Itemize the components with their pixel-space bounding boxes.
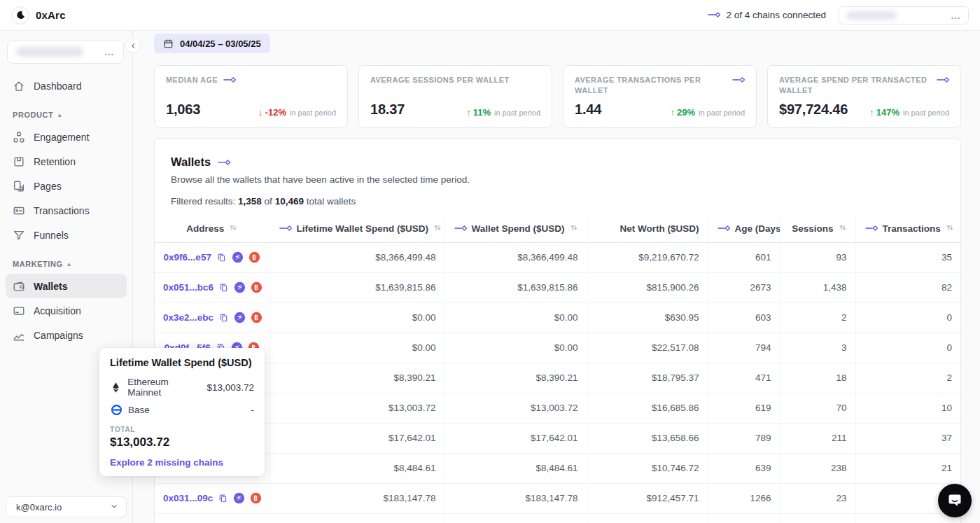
- stat-card-label: AVERAGE SPEND PER TRANSACTED WALLET: [779, 75, 931, 96]
- cell-net-worth: $630.95: [587, 302, 708, 333]
- cell-address: 0x9f6...e57: [155, 242, 270, 272]
- wallets-icon: [13, 280, 25, 293]
- column-header-wallet-spend[interactable]: Wallet Spend ($USD): [444, 216, 587, 242]
- sidebar-collapse-button[interactable]: [125, 38, 141, 53]
- ellipsis-icon[interactable]: …: [951, 11, 961, 20]
- cell-wallet-spend: $1,639,815.86: [444, 272, 587, 302]
- debank-icon[interactable]: [251, 281, 262, 293]
- table-row[interactable]: 0x031...09c$183,147.78$183,147.78$912,45…: [155, 483, 960, 513]
- cell-net-worth: $10,746.72: [587, 453, 708, 483]
- column-header-lifetime-wallet-spend[interactable]: Lifetime Wallet Spend ($USD): [270, 216, 444, 242]
- column-header-age-days[interactable]: Age (Days): [708, 216, 780, 242]
- sidebar-item-retention[interactable]: Retention: [0, 149, 132, 174]
- account-selector[interactable]: k@0xarc.io: [6, 496, 127, 517]
- trend-up-arrow-icon: ↑: [869, 107, 874, 118]
- table-row[interactable]: $8,390.21$8,390.21$18,795.37471182: [155, 363, 960, 393]
- cell-sessions: 2: [780, 302, 855, 333]
- table-row[interactable]: $17,642.01$17,642.01$13,658.6678921137: [155, 423, 960, 453]
- column-header-address[interactable]: Address: [155, 216, 270, 242]
- chain-icon: [223, 76, 236, 86]
- filtered-results-line: Filtered results: 1,358 of 10,469 total …: [155, 196, 960, 207]
- wallet-address-link[interactable]: 0x3e2...ebc: [163, 312, 214, 323]
- sort-icon[interactable]: [433, 223, 442, 234]
- zerion-icon[interactable]: [233, 492, 245, 504]
- chat-bubble-icon: [946, 491, 963, 510]
- table-row[interactable]: 0xbbd...591$8,484.61$8,484.61$10,746.726…: [155, 453, 960, 483]
- date-range-picker[interactable]: 04/04/25 – 03/05/25: [154, 34, 270, 53]
- copy-icon[interactable]: [218, 312, 229, 323]
- sidebar-item-transactions[interactable]: Transactions: [0, 198, 132, 223]
- stat-card-average-transactions-per-wallet: AVERAGE TRANSACTIONS PER WALLET1.44↑29%i…: [563, 65, 757, 128]
- sidebar-item-dashboard[interactable]: Dashboard: [0, 74, 132, 98]
- sidebar-section-header-marketing[interactable]: MARKETING▲: [0, 260, 132, 268]
- workspace-selector[interactable]: …: [7, 40, 124, 64]
- retention-icon: [13, 155, 25, 168]
- zerion-icon[interactable]: [234, 281, 246, 293]
- workspace-name-redacted: [16, 47, 83, 57]
- sidebar-item-engagement[interactable]: Engagement: [0, 125, 132, 149]
- sidebar-item-wallets[interactable]: Wallets: [6, 274, 127, 298]
- wallet-address-link[interactable]: 0x051...bc6: [163, 282, 214, 293]
- table-row[interactable]: $13,003.72$13,003.72$16,685.866197010: [155, 393, 960, 423]
- engagement-icon: [13, 131, 25, 144]
- column-header-sessions[interactable]: Sessions: [780, 216, 855, 242]
- copy-icon[interactable]: [216, 252, 227, 263]
- sort-icon[interactable]: [839, 223, 847, 234]
- debank-icon[interactable]: [251, 312, 262, 323]
- cell-sessions: 70: [780, 393, 855, 423]
- sidebar-item-acquisition[interactable]: Acquisition: [0, 298, 132, 323]
- copy-icon[interactable]: [218, 282, 229, 293]
- sort-icon[interactable]: [570, 223, 578, 234]
- sidebar-item-pages[interactable]: Pages: [0, 174, 132, 198]
- section-collapse-icon: ▲: [66, 261, 72, 267]
- sort-icon[interactable]: [946, 223, 954, 234]
- trend-value: 29%: [677, 107, 695, 118]
- chains-connected-status[interactable]: 2 of 4 chains connected: [707, 10, 826, 20]
- wallet-address-link[interactable]: 0x031...09c: [163, 493, 213, 503]
- ethereum-icon: [110, 382, 122, 393]
- wallets-table: AddressLifetime Wallet Spend ($USD)Walle…: [155, 216, 960, 523]
- cell-sessions: 3: [780, 333, 855, 363]
- stat-card-value: 1.44: [575, 102, 601, 118]
- chain-icon: [936, 76, 949, 86]
- column-header-transactions[interactable]: Transactions: [855, 216, 960, 242]
- cell-lifetime-wallet-spend: $8,366,499.48: [270, 242, 444, 272]
- table-row[interactable]: 0x051...bc6$1,639,815.86$1,639,815.86$81…: [155, 272, 960, 302]
- chat-launcher-button[interactable]: [938, 484, 972, 517]
- cell-wallet-spend: $8,484.61: [444, 453, 587, 483]
- cell-net-worth: $9,219,670.72: [587, 242, 708, 272]
- trend-value: 147%: [876, 107, 899, 118]
- table-row[interactable]: 0xd0f...5f6$0.00$0.00$22,517.0879430: [155, 333, 960, 363]
- acquisition-icon: [13, 305, 25, 317]
- sidebar-item-campaigns[interactable]: Campaigns: [0, 323, 132, 347]
- table-row[interactable]: [155, 513, 960, 523]
- cell-transactions: 2: [855, 363, 960, 393]
- sidebar-footer: k@0xarc.io: [6, 496, 127, 517]
- chains-status-text: 2 of 4 chains connected: [726, 10, 826, 20]
- column-header-net-worth: Net Worth ($USD): [587, 216, 708, 242]
- trend-up-arrow-icon: ↑: [670, 107, 675, 118]
- zerion-icon[interactable]: [234, 312, 246, 323]
- stat-cards-row: MEDIAN AGE1,063↓-12%in past periodAVERAG…: [154, 65, 961, 128]
- pages-icon: [13, 180, 25, 193]
- tooltip-chain-rows: Ethereum Mainnet$13,003.72Base-: [110, 377, 254, 416]
- sort-icon[interactable]: [229, 223, 237, 234]
- header-redacted-control[interactable]: …: [839, 6, 969, 25]
- table-row[interactable]: 0x3e2...ebc$0.00$0.00$630.9560320: [155, 302, 960, 333]
- copy-icon[interactable]: [218, 493, 228, 503]
- wallet-address-link[interactable]: 0x9f6...e57: [164, 252, 211, 263]
- workspace-ellipsis-icon[interactable]: …: [104, 47, 115, 57]
- stat-card-label: AVERAGE TRANSACTIONS PER WALLET: [575, 75, 727, 96]
- cell-wallet-spend: $0.00: [444, 333, 587, 363]
- sidebar-item-funnels[interactable]: Funnels: [0, 223, 132, 247]
- cell-transactions: 0: [855, 302, 960, 333]
- explore-missing-chains-link[interactable]: Explore 2 missing chains: [110, 457, 254, 468]
- sidebar-section-header-product[interactable]: PRODUCT▲: [0, 111, 132, 119]
- stat-card-average-spend-per-transacted-wallet: AVERAGE SPEND PER TRANSACTED WALLET$97,7…: [767, 65, 961, 128]
- zerion-icon[interactable]: [232, 251, 244, 263]
- debank-icon[interactable]: [250, 492, 262, 504]
- cell-wallet-spend: $0.00: [444, 302, 587, 333]
- debank-icon[interactable]: [248, 251, 260, 263]
- cell-net-worth: $13,658.66: [587, 423, 708, 453]
- table-row[interactable]: 0x9f6...e57$8,366,499.48$8,366,499.48$9,…: [155, 242, 960, 272]
